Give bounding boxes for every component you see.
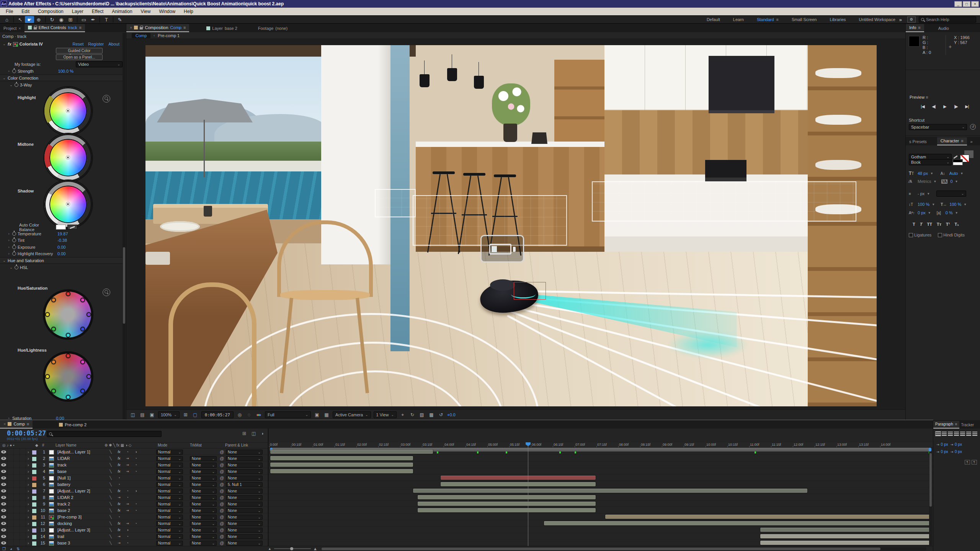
switch-adj[interactable]: ◑	[123, 527, 132, 533]
show-snapshot-icon[interactable]: ◌	[246, 412, 253, 418]
lock-toggle[interactable]	[20, 481, 26, 487]
crumb-precomp[interactable]: Pre-comp 1	[158, 33, 180, 38]
resolution-select[interactable]: Full⌄	[265, 411, 311, 418]
tab-timeline-precomp2[interactable]: Pre-comp 2	[56, 421, 90, 429]
switch-q[interactable]: ╲	[106, 527, 115, 533]
audio-toggle[interactable]	[8, 494, 14, 500]
exposure-value[interactable]: +0.0	[447, 412, 456, 417]
lock-toggle[interactable]	[20, 448, 26, 455]
switch-cl[interactable]: ⇥	[123, 507, 132, 514]
solo-toggle[interactable]	[14, 481, 20, 487]
switch-cl[interactable]: ⇥	[123, 500, 132, 507]
switch-cl[interactable]: ⇥	[123, 468, 132, 474]
layer-duration-bar[interactable]	[413, 489, 807, 493]
track-row[interactable]	[268, 461, 933, 468]
layer-row-trail[interactable]: ›14trail╲⇥◔Normal⌄None⌄@None⌄	[0, 533, 268, 540]
layer-visibility-toggle[interactable]	[0, 461, 8, 468]
tab-character[interactable]: Character≡	[937, 137, 967, 145]
parent-select[interactable]: None⌄	[226, 500, 263, 507]
vertical-scale-value[interactable]: 100 %	[918, 202, 929, 207]
layer-visibility-toggle[interactable]	[0, 514, 8, 520]
snapshot-gallery-icon[interactable]: ▣	[149, 412, 155, 418]
magnification-select[interactable]: 100%⌄	[158, 411, 180, 418]
audio-toggle[interactable]	[8, 474, 14, 481]
layer-label-chip[interactable]	[32, 494, 36, 500]
solo-toggle[interactable]	[14, 455, 20, 461]
font-size-value[interactable]: 48 px	[918, 171, 928, 176]
solo-toggle[interactable]	[14, 520, 20, 527]
layer-visibility-toggle[interactable]	[0, 468, 8, 474]
switch-mb[interactable]: ◔	[123, 487, 132, 494]
hue-dot[interactable]	[51, 327, 56, 331]
trkmat-column[interactable]: TrkMat	[190, 443, 202, 447]
parent-select[interactable]: None⌄	[226, 494, 263, 500]
parent-select[interactable]: None⌄	[226, 540, 263, 546]
pen-tool-icon[interactable]: ✒	[88, 16, 98, 23]
layer-twirl[interactable]: ›	[28, 540, 29, 546]
layer-twirl[interactable]: ›	[28, 500, 29, 507]
trkmat-select[interactable]: None⌄	[190, 540, 217, 546]
effect-register-link[interactable]: Register	[88, 42, 104, 46]
layer-twirl[interactable]: ›	[28, 455, 29, 461]
leading-value[interactable]: Auto	[949, 171, 958, 176]
switch-mb[interactable]: ◔	[123, 448, 132, 455]
mode-select[interactable]: Normal⌄	[156, 507, 183, 514]
workspace-standard[interactable]: Standard≡	[757, 17, 779, 22]
timeline-vscrollbar[interactable]	[929, 452, 932, 547]
switch-mb[interactable]: ◔	[123, 533, 132, 540]
layer-label-chip[interactable]	[32, 514, 36, 520]
layer-row-battery[interactable]: ›6battery╲◔Normal⌄None⌄@5. Null 1⌄	[0, 481, 268, 487]
parent-pickwhip-icon[interactable]: @	[220, 448, 224, 455]
layer-duration-bar[interactable]	[605, 515, 931, 519]
parent-pickwhip-icon[interactable]: @	[220, 461, 224, 468]
group-hsl[interactable]: ⌄ HSL	[0, 264, 122, 271]
brush-tool-icon[interactable]: ✎	[115, 16, 124, 23]
effect-header-colorista[interactable]: ⌄fx Colorista IV Reset Register About	[0, 41, 122, 47]
layer-duration-bar[interactable]	[270, 450, 433, 454]
layer-twirl[interactable]: ›	[28, 520, 29, 527]
switch-mb[interactable]: ◔	[115, 481, 123, 487]
solo-toggle[interactable]	[14, 461, 20, 468]
track-row[interactable]	[268, 481, 933, 487]
orbit-tool-icon[interactable]: ↻	[47, 16, 57, 23]
layer-twirl[interactable]: ›	[28, 461, 29, 468]
zoom-in-mountain-icon[interactable]: ▲	[313, 546, 317, 551]
switch-q[interactable]: ╲	[106, 455, 115, 461]
menu-layer[interactable]: Layer	[68, 8, 88, 15]
layer-visibility-toggle[interactable]	[0, 455, 8, 461]
layer-name[interactable]: [Adjust... Layer 2]	[57, 487, 103, 494]
layer-twirl[interactable]: ›	[28, 487, 29, 494]
parent-pickwhip-icon[interactable]: @	[220, 533, 224, 540]
parent-pickwhip-icon[interactable]: @	[220, 520, 224, 527]
switch-cl[interactable]: ⇥	[123, 455, 132, 461]
solo-toggle[interactable]	[14, 540, 20, 546]
flowchart-icon[interactable]: ▩	[428, 412, 435, 418]
mode-select[interactable]: Normal⌄	[156, 527, 183, 533]
track-row[interactable]	[268, 494, 933, 500]
expand-layers-icon[interactable]: ❐	[2, 547, 6, 551]
tab-footage[interactable]: Footage(none)	[255, 25, 291, 32]
switch-q[interactable]: ╲	[106, 487, 115, 494]
tab-audio[interactable]: Audio	[935, 25, 952, 32]
mode-select[interactable]: Normal⌄	[156, 520, 183, 527]
audio-toggle[interactable]	[8, 527, 14, 533]
switch-mb[interactable]: ◔	[115, 514, 123, 520]
font-style-select[interactable]: Book⌄	[909, 159, 952, 165]
tab-project[interactable]: Project×	[0, 25, 24, 32]
layer-duration-bar[interactable]	[418, 502, 596, 506]
parent-select[interactable]: None⌄	[226, 461, 263, 468]
footage-type-select[interactable]: Video⌄	[76, 61, 122, 67]
parent-pickwhip-icon[interactable]: @	[220, 540, 224, 546]
layer-label-chip[interactable]	[32, 461, 36, 468]
layer-duration-bar[interactable]	[270, 469, 413, 473]
superscript-button[interactable]: T¹	[946, 222, 950, 227]
maximize-button[interactable]: □	[963, 1, 970, 7]
effect-controls-scrollbar[interactable]	[122, 33, 126, 419]
layer-name[interactable]: [Null 1]	[57, 474, 103, 481]
switch-q[interactable]: ╲	[106, 461, 115, 468]
faux-italic-button[interactable]: T	[920, 222, 923, 227]
switch-q[interactable]: ╲	[106, 494, 115, 500]
small-caps-button[interactable]: Tт	[937, 222, 941, 227]
group-color-correction[interactable]: ⌄Color Correction	[0, 75, 122, 81]
switch-fx[interactable]: fx	[115, 507, 123, 514]
